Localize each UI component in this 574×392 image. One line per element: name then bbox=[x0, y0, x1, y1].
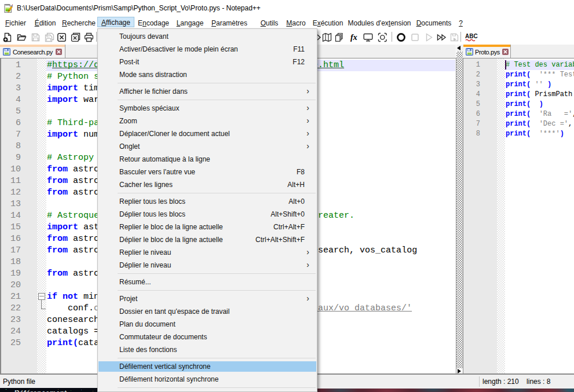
svg-text:fx: fx bbox=[350, 33, 357, 42]
svg-text:ABC: ABC bbox=[465, 33, 478, 39]
